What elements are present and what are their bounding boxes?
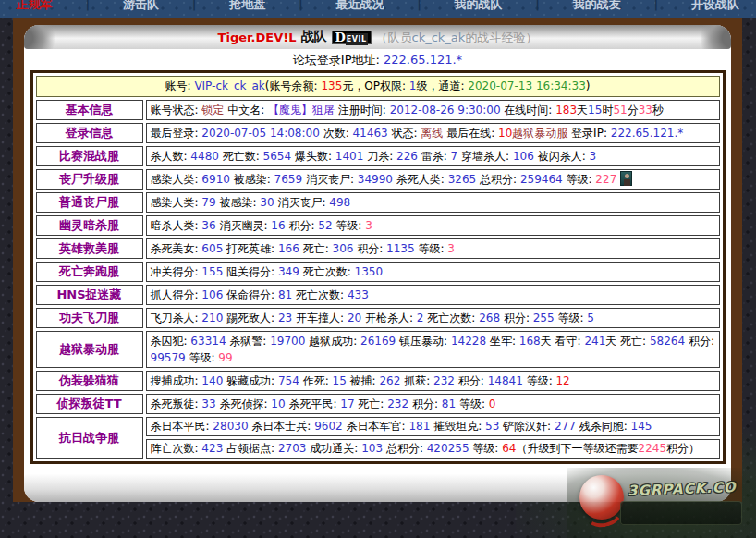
stats-cell: 感染人类: 6910 被感染: 7659 消灭丧尸: 34990 杀死人类: 3…	[146, 169, 720, 190]
stat-segment: 423	[201, 442, 223, 455]
server-label: 伪装躲猫猫	[36, 371, 143, 391]
stat-segment: 杀死侦探:	[216, 397, 272, 410]
stat-segment: 306	[333, 242, 354, 255]
stat-segment: 等级:	[186, 351, 219, 364]
stat-segment: 33	[639, 104, 652, 116]
stat-segment: 20	[348, 312, 361, 324]
stat-segment: 总积分:	[476, 173, 520, 186]
stat-segment: 看守:	[552, 335, 585, 348]
stat-segment: 爆头数:	[291, 150, 335, 163]
player-avatar-icon	[620, 171, 632, 186]
stat-segment: 死亡次数:	[423, 312, 479, 324]
stat-segment: 14228	[451, 335, 486, 348]
stat-segment: 离线	[421, 127, 443, 140]
stat-segment: VIP-ck_ck_ak	[194, 79, 264, 92]
stats-cell: 最后登录: 2020-07-05 14:08:00 次数: 41463 状态: …	[146, 123, 720, 143]
stat-segment: 2020-07-13 16:34:33	[468, 79, 585, 92]
stat-segment: 15	[588, 104, 602, 116]
nav-item[interactable]: 我的战队	[455, 0, 503, 12]
nav-item[interactable]: 最近战况	[335, 0, 384, 12]
stat-segment: 消灭丧尸:	[274, 196, 330, 209]
nav-separator: |	[192, 0, 197, 12]
stat-segment: 杀日本平民:	[151, 420, 213, 433]
stat-segment: 等级:	[456, 397, 489, 410]
stats-cell: 飞刀杀人: 210 踢死敌人: 23 开车撞人: 20 开枪杀人: 2 死亡次数…	[146, 308, 720, 328]
stat-segment: 最后在线:	[443, 127, 498, 140]
stat-segment: 残杀同胞:	[576, 420, 631, 433]
nav-item[interactable]: 开设战队	[691, 0, 739, 12]
stats-cell: 搜捕成功: 140 躲藏成功: 754 作死: 15 被捕: 262 抓获: 2…	[146, 371, 720, 391]
stat-segment: 搜捕成功:	[151, 374, 202, 387]
stat-segment: 积分:	[408, 397, 442, 410]
stat-segment: 被感染:	[216, 196, 261, 209]
stats-table: 账号: VIP-ck_ck_ak(账号余额: 135元，OP权限: 1级，通道:…	[30, 70, 726, 464]
stats-cell: 抓人得分: 106 保命得分: 81 死亡次数: 433	[146, 285, 720, 305]
stat-segment: 杀囚犯:	[151, 335, 191, 348]
stat-segment: 等级:	[333, 219, 366, 232]
stat-segment: 227	[595, 173, 616, 186]
stat-segment: 杀狱警:	[226, 335, 271, 348]
stat-segment: 277	[555, 420, 576, 433]
stats-cell: 杀日本平民: 28030 杀日本士兵: 9602 杀日本军官: 181 摧毁坦克…	[146, 417, 720, 436]
forum-ip-label: 论坛登录IP地址:	[293, 53, 384, 67]
stat-segment: 等级:	[415, 242, 448, 255]
nav-item[interactable]: 我的战友	[573, 0, 621, 12]
stat-segment: 死亡:	[299, 242, 333, 255]
stat-segment: (账号余额:	[265, 79, 322, 92]
stat-segment: 天	[541, 335, 552, 348]
stat-segment: 135	[321, 79, 342, 92]
stat-segment: 冲关得分:	[151, 265, 202, 278]
team-name-red: Tiger.DEV!L	[218, 31, 297, 44]
stat-segment: 总积分:	[383, 442, 427, 455]
stat-segment: 躲藏成功:	[223, 374, 278, 387]
stats-cell: 杀囚犯: 63314 杀狱警: 19700 越狱成功: 26169 镇压暴动: …	[146, 331, 720, 368]
stat-segment: )	[586, 79, 591, 92]
stat-segment: 1350	[355, 265, 384, 278]
stat-segment: 天	[577, 104, 588, 116]
stat-segment: 255	[533, 312, 555, 324]
stat-segment: 5	[587, 312, 594, 324]
stat-segment: 账号状态:	[151, 104, 202, 116]
stat-segment: 2020-07-05 14:08:00	[201, 127, 319, 140]
stat-segment: 阻关得分:	[223, 265, 278, 278]
stat-segment: 2012-08-26 9:30:00	[390, 104, 501, 116]
stat-segment: 3	[365, 219, 372, 232]
stat-segment: 消灭丧尸:	[302, 173, 358, 186]
stat-segment: 注册时间:	[335, 104, 390, 116]
stat-segment: 感染人类:	[151, 173, 202, 186]
stat-segment: 锁定	[201, 104, 224, 116]
stat-segment: 死亡次数:	[292, 288, 348, 301]
stat-segment: 摧毁坦克:	[430, 420, 485, 433]
stat-segment: 420255	[427, 442, 469, 455]
nav-item[interactable]: 抢地盘	[229, 0, 265, 12]
stat-segment: 6910	[201, 173, 230, 186]
stat-segment: 登录IP:	[567, 127, 610, 140]
stat-segment: 53	[485, 420, 499, 433]
stat-segment: 等级:	[555, 312, 588, 324]
stat-segment: 349	[278, 265, 299, 278]
forum-ip-value: 222.65.121.*	[384, 53, 462, 67]
stat-segment: 被捕:	[347, 374, 380, 387]
stats-cell: 暗杀人类: 36 消灭幽灵: 16 积分: 52 等级: 3	[146, 215, 720, 236]
stat-segment: 雷杀:	[418, 150, 451, 163]
stat-segment: 等级:	[469, 442, 503, 455]
stat-segment: 30	[260, 196, 274, 209]
content-panel: Tiger.DEV!L战队 DEVIL （队员ck_ck_ak的战斗经验） 论坛…	[24, 25, 731, 502]
stat-segment: 63314	[190, 335, 226, 348]
nav-item[interactable]: 游击队	[123, 0, 159, 12]
server-label: 越狱暴动服	[36, 331, 143, 368]
stat-segment: 17	[340, 397, 354, 410]
watermark: 3GRPACK.CO	[567, 468, 756, 538]
stat-segment: 0	[489, 397, 496, 410]
stat-segment: 2245	[639, 442, 667, 455]
stat-segment: 账号:	[165, 79, 195, 92]
stat-segment: 秒	[652, 104, 664, 116]
nav-separator: |	[299, 0, 303, 12]
nav-item[interactable]: 正规军	[17, 0, 53, 12]
stat-segment: 积分:	[685, 335, 714, 348]
stat-segment: 被闪杀人:	[534, 150, 590, 163]
stat-segment: 积分）	[666, 442, 700, 455]
stat-segment: 34990	[358, 173, 393, 186]
stat-segment: 28030	[213, 420, 248, 433]
stat-segment: 杀死平民:	[286, 397, 341, 410]
